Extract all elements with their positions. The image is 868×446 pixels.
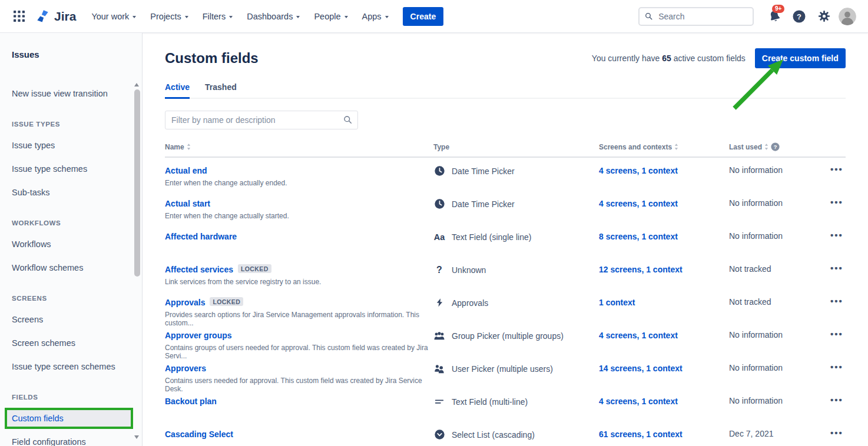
screens-contexts-link[interactable]: 4 screens, 1 context xyxy=(599,166,678,175)
overflow-menu-button[interactable]: ••• xyxy=(830,363,846,393)
overflow-menu-button[interactable]: ••• xyxy=(830,429,846,446)
table-row: Backout plan Text Field (multi-line) 4 s… xyxy=(165,388,846,421)
overflow-menu-button[interactable]: ••• xyxy=(830,396,846,421)
screens-contexts-link[interactable]: 14 screens, 1 context xyxy=(599,364,683,373)
jira-logo[interactable]: Jira xyxy=(35,9,76,24)
type-label: Date Time Picker xyxy=(452,167,515,176)
field-name-link[interactable]: Actual start xyxy=(165,199,210,208)
name-cell: Backout plan xyxy=(165,396,433,421)
screens-contexts-link[interactable]: 12 screens, 1 context xyxy=(599,265,683,274)
overflow-menu-button[interactable]: ••• xyxy=(830,198,846,224)
notifications-button[interactable]: 9+ xyxy=(764,6,784,26)
name-cell: Cascading Select xyxy=(165,429,433,446)
table-row: Actual start Enter when the change actua… xyxy=(165,191,846,224)
sidebar-item-workflows[interactable]: Workflows xyxy=(0,232,142,256)
screens-contexts-link[interactable]: 4 screens, 1 context xyxy=(599,397,678,406)
screens-contexts-link[interactable]: 61 screens, 1 context xyxy=(599,430,683,439)
sidebar-item-field-configurations[interactable]: Field configurations xyxy=(0,430,142,446)
overflow-menu-button[interactable]: ••• xyxy=(830,165,846,191)
filter-input[interactable] xyxy=(165,111,358,129)
nav-item-apps[interactable]: Apps xyxy=(362,12,389,21)
table-header: NameTypeScreens and contextsLast used? xyxy=(165,142,846,158)
type-label: Select List (cascading) xyxy=(452,430,535,440)
date-time-picker-icon xyxy=(434,165,445,177)
nav-item-your-work[interactable]: Your work xyxy=(91,12,136,21)
sidebar-item-custom-fields[interactable]: Custom fields xyxy=(5,408,133,429)
sidebar-scroll-down-icon[interactable] xyxy=(134,435,139,439)
screens-cell: 61 screens, 1 context xyxy=(599,429,729,446)
admin-sidebar: Issues New issue view transitionISSUE TY… xyxy=(0,33,143,446)
field-name-link[interactable]: Approvers xyxy=(165,364,206,373)
column-header-screens-and-contexts[interactable]: Screens and contexts xyxy=(599,142,729,151)
chevron-down-icon xyxy=(229,16,233,18)
nav-item-projects[interactable]: Projects xyxy=(150,12,188,21)
cascading-select-icon xyxy=(434,429,445,440)
field-name-link[interactable]: Approvals xyxy=(165,298,205,307)
sort-icon[interactable] xyxy=(187,144,191,150)
overflow-menu-button[interactable]: ••• xyxy=(830,231,846,257)
overflow-menu-button[interactable]: ••• xyxy=(830,264,846,289)
global-search[interactable] xyxy=(638,7,754,26)
screens-contexts-link[interactable]: 1 context xyxy=(599,298,635,307)
field-name-link[interactable]: Actual end xyxy=(165,166,207,175)
settings-button[interactable] xyxy=(814,6,834,26)
sidebar-selected-wrap: Custom fields xyxy=(0,407,142,430)
sidebar-item-new-issue-view-transition[interactable]: New issue view transition xyxy=(0,82,142,105)
page-layout: Issues New issue view transitionISSUE TY… xyxy=(0,33,868,446)
screens-cell: 4 screens, 1 context xyxy=(599,396,729,421)
screens-contexts-link[interactable]: 4 screens, 1 context xyxy=(599,331,678,340)
name-cell: Actual end Enter when the change actuall… xyxy=(165,165,433,191)
create-custom-field-button[interactable]: Create custom field xyxy=(755,48,846,68)
sidebar-item-issue-type-schemes[interactable]: Issue type schemes xyxy=(0,157,142,181)
text-single-line-icon: Aa xyxy=(434,232,445,242)
nav-item-dashboards[interactable]: Dashboards xyxy=(247,12,300,21)
sidebar-item-workflow-schemes[interactable]: Workflow schemes xyxy=(0,256,142,279)
column-help-icon[interactable]: ? xyxy=(771,142,780,151)
tabs: ActiveTrashed xyxy=(165,82,846,99)
screens-cell: 14 screens, 1 context xyxy=(599,363,729,393)
field-name-link[interactable]: Cascading Select xyxy=(165,430,233,439)
sidebar-title: Issues xyxy=(0,49,142,59)
sort-icon[interactable] xyxy=(764,144,768,150)
screens-contexts-link[interactable]: 8 screens, 1 context xyxy=(599,232,678,241)
help-button[interactable]: ? xyxy=(789,6,809,26)
sidebar-item-issue-type-screen-schemes[interactable]: Issue type screen schemes xyxy=(0,355,142,378)
sidebar-item-issue-types[interactable]: Issue types xyxy=(0,134,142,157)
field-name-link[interactable]: Affected services xyxy=(165,265,233,274)
sidebar-scroll-up-icon[interactable] xyxy=(134,83,139,86)
sidebar-item-screens[interactable]: Screens xyxy=(0,308,142,331)
type-cell: ? Unknown xyxy=(433,264,599,275)
sidebar-nav: New issue view transitionISSUE TYPESIssu… xyxy=(0,82,142,446)
tab-active[interactable]: Active xyxy=(165,82,190,99)
locked-badge: LOCKED xyxy=(238,264,271,273)
svg-text:?: ? xyxy=(797,12,801,21)
sidebar-scrollbar[interactable] xyxy=(134,89,140,277)
type-cell: Date Time Picker xyxy=(433,165,599,177)
nav-item-people[interactable]: People xyxy=(314,12,347,21)
nav-item-filters[interactable]: Filters xyxy=(203,12,233,21)
overflow-menu-button[interactable]: ••• xyxy=(830,330,846,360)
screens-contexts-link[interactable]: 4 screens, 1 context xyxy=(599,199,678,208)
column-header-name[interactable]: Name xyxy=(165,142,433,151)
field-name-link[interactable]: Approver groups xyxy=(165,331,232,340)
sidebar-item-screen-schemes[interactable]: Screen schemes xyxy=(0,331,142,355)
table-row: Approvers Contains users needed for appr… xyxy=(165,355,846,388)
field-name-link[interactable]: Affected hardware xyxy=(165,232,237,241)
app-switcher-icon[interactable] xyxy=(11,8,27,25)
type-label: Approvals xyxy=(452,298,488,308)
page-title: Custom fields xyxy=(165,50,259,66)
user-avatar[interactable] xyxy=(839,8,856,25)
screens-cell: 8 screens, 1 context xyxy=(599,231,729,257)
sort-icon[interactable] xyxy=(674,144,678,150)
type-label: Text Field (single line) xyxy=(452,232,531,242)
create-button[interactable]: Create xyxy=(403,7,444,26)
column-header-last-used[interactable]: Last used? xyxy=(729,142,830,151)
overflow-menu-button[interactable]: ••• xyxy=(830,297,846,327)
type-cell: Text Field (multi-line) xyxy=(433,396,599,407)
field-name-link[interactable]: Backout plan xyxy=(165,397,217,406)
sidebar-item-sub-tasks[interactable]: Sub-tasks xyxy=(0,181,142,204)
count-prefix: You currently have xyxy=(592,54,662,63)
text-multi-line-icon xyxy=(434,397,445,407)
tab-trashed[interactable]: Trashed xyxy=(205,82,237,98)
search-input[interactable] xyxy=(657,11,747,22)
